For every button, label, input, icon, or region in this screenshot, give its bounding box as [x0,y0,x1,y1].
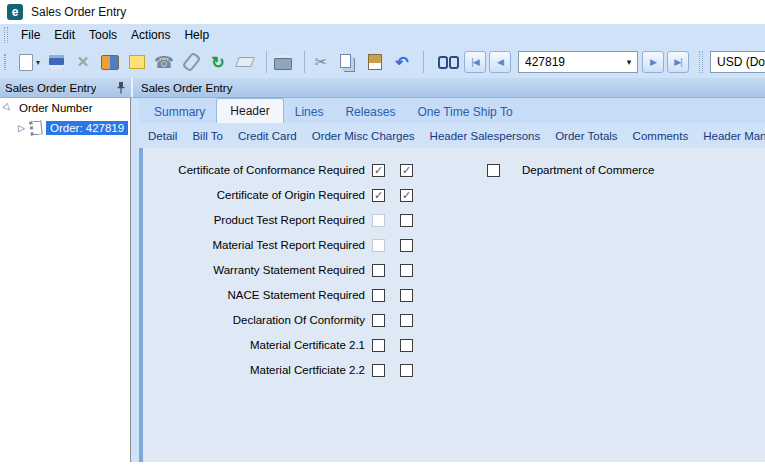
tab-summary[interactable]: Summary [143,100,216,123]
find-icon[interactable] [437,51,459,73]
checkbox-row-label: Product Test Report Required [143,214,365,226]
checkbox-row-label: Certificate of Conformance Required [143,164,365,176]
last-record-button[interactable]: ▶| [667,51,689,73]
print-icon[interactable] [272,51,294,73]
form-row: Warranty Statement Required [143,262,765,278]
sales-order-entry-window: e Sales Order Entry FileEditToolsActions… [0,0,765,465]
pin-icon[interactable] [116,81,126,94]
menu-help[interactable]: Help [177,26,216,44]
tab-one-time-ship-to[interactable]: One Time Ship To [406,100,523,123]
menu-bar: FileEditToolsActionsHelp [0,24,765,46]
form-row: Material Certificate 2.1 [143,337,765,353]
checkbox-col1[interactable] [372,164,385,177]
save-icon[interactable] [45,51,67,73]
subtab-bill-to[interactable]: Bill To [192,130,222,142]
checkbox-col1[interactable] [372,314,385,327]
department-of-commerce-checkbox[interactable] [487,164,500,177]
copy-icon[interactable] [337,51,359,73]
epicor-logo-icon: e [7,4,23,20]
checkbox-col2[interactable] [400,314,413,327]
refresh-icon[interactable] [207,51,229,73]
subtab-detail[interactable]: Detail [148,130,177,142]
checkbox-col1[interactable] [372,339,385,352]
tree-panel-caption: Sales Order Entry [0,78,131,97]
currency-value[interactable]: USD (Doc) [711,55,765,69]
form-row: NACE Statement Required [143,287,765,303]
checkbox-col2[interactable] [400,239,413,252]
toolbar-separator [423,51,424,73]
book-icon[interactable] [99,51,121,73]
subtab-order-totals[interactable]: Order Totals [555,130,617,142]
currency-grip-handle[interactable] [699,51,703,73]
title-bar: e Sales Order Entry [0,0,765,24]
checkbox-col1[interactable] [372,189,385,202]
sub-tab-strip: DetailBill ToCredit CardOrder Misc Charg… [139,123,765,148]
main-panel-caption: Sales Order Entry [139,78,765,97]
attach-icon[interactable] [180,51,202,73]
delete-icon[interactable] [72,51,94,73]
checkbox-row-label: Warranty Statement Required [143,264,365,276]
paste-icon[interactable] [364,51,386,73]
checkbox-col2[interactable] [400,339,413,352]
tree-panel: ▷ Order Number ▷ Order: 427819 [0,98,131,462]
checkbox-col2[interactable] [400,189,413,202]
undo-icon[interactable] [391,51,413,73]
menu-tools[interactable]: Tools [82,26,124,44]
new-icon[interactable] [12,51,40,73]
record-dropdown-arrow-icon[interactable] [621,52,637,72]
record-combobox[interactable]: 427819 [518,51,638,73]
checkbox-row-label: Material Certficiate 2.2 [143,364,365,376]
tab-releases[interactable]: Releases [334,100,406,123]
subtab-credit-card[interactable]: Credit Card [238,130,297,142]
previous-record-button[interactable]: ◀ [489,51,511,73]
subtab-order-misc-charges[interactable]: Order Misc Charges [312,130,415,142]
first-record-button[interactable]: |◀ [464,51,486,73]
header-tab-content: Certificate of Conformance RequiredCerti… [139,148,765,462]
panel-splitter[interactable] [131,98,139,462]
tree-node-label-selected[interactable]: Order: 427819 [46,121,128,135]
form-row: Certificate of Origin Required [143,187,765,203]
checkbox-col2[interactable] [400,164,413,177]
menu-grip-handle[interactable] [4,27,8,43]
menu-edit[interactable]: Edit [47,26,82,44]
checkbox-col1[interactable] [372,264,385,277]
department-of-commerce-row: Department of Commerce [487,162,654,178]
checkbox-col2[interactable] [400,364,413,377]
checkbox-row-label: Certificate of Origin Required [143,189,365,201]
checkbox-col1 [372,214,385,227]
cut-icon[interactable] [310,51,332,73]
checkbox-col1[interactable] [372,364,385,377]
phone-icon[interactable] [153,51,175,73]
menu-actions[interactable]: Actions [124,26,177,44]
form-row: Product Test Report Required [143,212,765,228]
form-row: Material Certficiate 2.2 [143,362,765,378]
tree-root-order-number[interactable]: ▷ Order Number [0,98,130,118]
checkbox-col2[interactable] [400,214,413,227]
tree-root-label[interactable]: Order Number [15,101,97,115]
toolbar: |◀ ◀ 427819 ▶ ▶| USD (Doc) [0,46,765,78]
form-row: Declaration Of Conformity [143,312,765,328]
currency-combobox[interactable]: USD (Doc) [710,51,765,73]
eraser-icon[interactable] [234,51,256,73]
checkbox-row-label: Declaration Of Conformity [143,314,365,326]
subtab-header-manife[interactable]: Header Manife [703,130,765,142]
checkbox-col2[interactable] [400,289,413,302]
checkbox-col2[interactable] [400,264,413,277]
panel-caption-bar: Sales Order Entry Sales Order Entry [0,78,765,98]
subtab-comments[interactable]: Comments [633,130,689,142]
tree-collapsed-toggle-icon[interactable]: ▷ [18,123,29,133]
note-icon[interactable] [126,51,148,73]
menu-file[interactable]: File [14,26,47,44]
form-row: Certificate of Conformance Required [143,162,765,178]
form-row: Material Test Report Required [143,237,765,253]
tab-header[interactable]: Header [216,98,283,123]
tree-node-order[interactable]: ▷ Order: 427819 [0,118,130,138]
subtab-header-salespersons[interactable]: Header Salespersons [430,130,541,142]
toolbar-separator [304,51,305,73]
toolbar-grip-handle[interactable] [4,54,6,70]
caption-divider [131,78,133,97]
record-value[interactable]: 427819 [519,55,571,69]
checkbox-col1[interactable] [372,289,385,302]
tab-lines[interactable]: Lines [284,100,335,123]
next-record-button[interactable]: ▶ [642,51,664,73]
